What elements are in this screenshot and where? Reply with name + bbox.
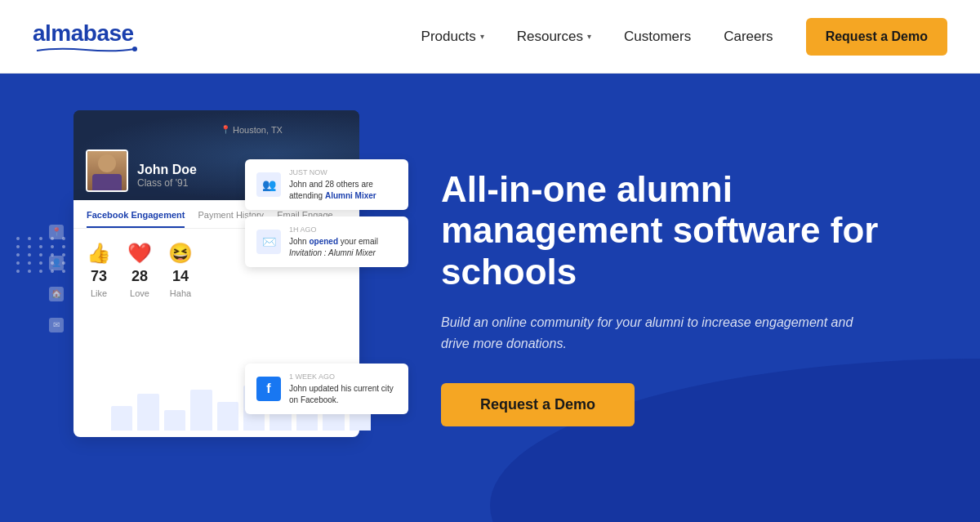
notif-icon-3: f: [256, 377, 281, 401]
avatar-head: [98, 154, 116, 172]
location-label: Houston, TX: [220, 125, 283, 135]
haha-count: 14: [172, 268, 189, 285]
logo-text[interactable]: almabase: [33, 20, 134, 46]
notif-time-3: 1 WEEK AGO: [289, 372, 397, 382]
logo-underline-svg: [33, 47, 139, 53]
notif-icon-2: ✉️: [256, 230, 281, 254]
logo-wrap: almabase: [33, 20, 139, 53]
nav-item-customers[interactable]: Customers: [611, 22, 704, 51]
sidebar-home-icon: 🏠: [49, 287, 64, 301]
tab-facebook[interactable]: Facebook Engagement: [87, 210, 185, 228]
nav-item-products[interactable]: Products ▾: [408, 22, 497, 51]
love-label: Love: [130, 288, 149, 298]
hero-content: All-in-one alumni management software fo…: [408, 169, 980, 427]
nav-item-careers[interactable]: Careers: [710, 22, 786, 51]
mockup-sidebar: 📍 👤 🏠 ✉: [49, 216, 74, 332]
engage-haha: 😆 14 Haha: [168, 242, 193, 298]
like-icon: 👍: [87, 242, 111, 265]
chevron-down-icon: ▾: [480, 32, 484, 41]
notif-text-3: 1 WEEK AGO John updated his current city…: [289, 372, 397, 407]
notif-icon-1: 👥: [256, 172, 281, 197]
bar-5: [217, 402, 238, 431]
love-count: 28: [131, 268, 148, 285]
bar-2: [137, 394, 158, 431]
chevron-down-icon: ▾: [587, 32, 591, 41]
engage-love: ❤️ 28 Love: [127, 242, 152, 298]
hero-mockup: 📍 👤 🏠 ✉ Houston, TX John Doe: [0, 110, 408, 486]
logo-area: almabase: [33, 20, 139, 53]
avatar: [86, 149, 128, 192]
hero-section: 📍 👤 🏠 ✉ Houston, TX John Doe: [0, 74, 980, 522]
notif-text-2: 1H AGO John opened your email Invitation…: [289, 225, 397, 260]
main-nav: Products ▾ Resources ▾ Customers Careers…: [408, 18, 947, 56]
nav-item-resources[interactable]: Resources ▾: [504, 22, 604, 51]
avatar-body: [92, 174, 122, 190]
like-count: 73: [91, 268, 107, 285]
like-label: Like: [91, 288, 107, 298]
ui-mockup: 📍 👤 🏠 ✉ Houston, TX John Doe: [49, 110, 408, 486]
notification-1: 👥 JUST NOW John and 28 others are attend…: [245, 159, 408, 211]
hero-title: All-in-one alumni management software fo…: [441, 169, 931, 293]
notification-3: f 1 WEEK AGO John updated his current ci…: [245, 364, 408, 415]
bar-3: [164, 410, 185, 431]
sidebar-pin-icon: 📍: [49, 225, 64, 239]
profile-name: John Doe: [137, 163, 197, 177]
notification-2: ✉️ 1H AGO John opened your email Invitat…: [245, 216, 408, 268]
hero-cta-button[interactable]: Request a Demo: [441, 383, 635, 426]
haha-icon: 😆: [168, 242, 193, 265]
bar-4: [190, 390, 212, 431]
hero-subtitle: Build an online community for your alumn…: [441, 312, 866, 354]
request-demo-button[interactable]: Request a Demo: [806, 18, 947, 56]
header: almabase Products ▾ Resources ▾ Customer…: [0, 0, 980, 74]
notif-time-2: 1H AGO: [289, 225, 397, 235]
sidebar-mail-icon: ✉: [49, 318, 64, 332]
engage-like: 👍 73 Like: [87, 242, 111, 298]
notif-text-1: JUST NOW John and 28 others are attendin…: [289, 167, 397, 203]
notif-time-1: JUST NOW: [289, 167, 397, 178]
love-icon: ❤️: [127, 242, 152, 265]
profile-name-area: John Doe Class of '91: [137, 163, 197, 189]
bar-1: [111, 406, 132, 431]
avatar-inner: [87, 151, 127, 190]
svg-point-0: [132, 47, 137, 51]
sidebar-user-icon: 👤: [49, 256, 64, 270]
haha-label: Haha: [170, 288, 191, 298]
profile-class: Class of '91: [137, 177, 197, 189]
